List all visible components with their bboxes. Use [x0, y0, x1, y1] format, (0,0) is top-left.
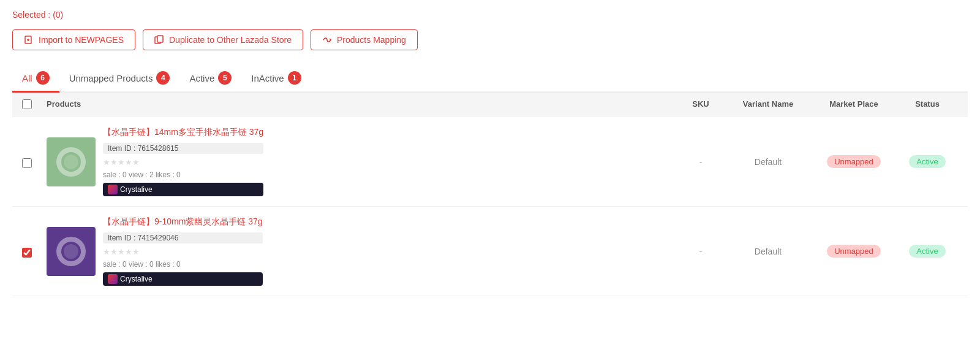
tab-unmapped[interactable]: Unmapped Products 4: [59, 65, 180, 93]
header-products: Products: [47, 99, 676, 111]
store-badge: Crystalive: [103, 272, 263, 286]
product-status: Active: [909, 155, 945, 168]
svg-point-4: [64, 155, 78, 169]
store-icon: [108, 274, 118, 284]
bracelet-icon: [56, 236, 86, 267]
item-id-badge: Item ID : 7415429046: [103, 232, 263, 243]
product-cell: 【水晶手链】14mm多宝手排水晶手链 37g Item ID : 7615428…: [47, 127, 676, 196]
product-status: Active: [909, 245, 945, 258]
sku-cell: -: [676, 157, 725, 167]
tab-inactive-badge: 1: [288, 71, 301, 85]
import-button[interactable]: Import to NEWPAGES: [12, 29, 135, 50]
marketplace-cell: Unmapped: [811, 155, 897, 168]
status-cell: Active: [897, 245, 958, 258]
duplicate-button[interactable]: Duplicate to Other Lazada Store: [143, 29, 303, 50]
table-row: 【水晶手链】9-10mm紫幽灵水晶手链 37g Item ID : 741542…: [12, 207, 968, 296]
row-checkbox-wrap: [22, 156, 47, 168]
store-name: Crystalive: [120, 185, 153, 194]
product-title: 【水晶手链】9-10mm紫幽灵水晶手链 37g: [103, 216, 263, 228]
status-cell: Active: [897, 155, 958, 168]
header-marketplace: Market Place: [811, 99, 897, 111]
variant-cell: Default: [725, 157, 811, 167]
row-checkbox-wrap: [22, 245, 47, 258]
sku-value: -: [699, 247, 703, 256]
product-info: 【水晶手链】9-10mm紫幽灵水晶手链 37g Item ID : 741542…: [103, 216, 263, 286]
sku-value: -: [699, 157, 703, 167]
header-variant: Variant Name: [725, 99, 811, 111]
marketplace-status: Unmapped: [827, 155, 881, 168]
product-image: [47, 137, 96, 186]
header-status: Status: [897, 99, 958, 111]
store-badge: Crystalive: [103, 183, 263, 196]
tab-inactive[interactable]: InActive 1: [241, 65, 311, 93]
star-rating: ★★★★★: [103, 158, 263, 167]
selected-count: Selected : (0): [12, 10, 968, 20]
duplicate-icon: [154, 35, 164, 45]
mapping-button[interactable]: Products Mapping: [311, 29, 418, 50]
product-cell: 【水晶手链】9-10mm紫幽灵水晶手链 37g Item ID : 741542…: [47, 216, 676, 286]
header-sku: SKU: [676, 99, 725, 111]
product-info: 【水晶手链】14mm多宝手排水晶手链 37g Item ID : 7615428…: [103, 127, 263, 196]
variant-cell: Default: [725, 247, 811, 256]
variant-value: Default: [755, 157, 782, 167]
marketplace-cell: Unmapped: [811, 245, 897, 258]
tab-all[interactable]: All 6: [12, 65, 59, 93]
toolbar: Import to NEWPAGES Duplicate to Other La…: [12, 29, 968, 50]
sku-cell: -: [676, 247, 725, 256]
variant-value: Default: [755, 247, 782, 256]
page-wrapper: Selected : (0) Import to NEWPAGES Duplic…: [0, 0, 980, 306]
product-title: 【水晶手链】14mm多宝手排水晶手链 37g: [103, 127, 263, 138]
product-image: [47, 227, 96, 276]
tab-active[interactable]: Active 5: [179, 65, 241, 93]
svg-rect-2: [157, 36, 163, 42]
header-checkbox-col: [22, 99, 47, 111]
marketplace-status: Unmapped: [827, 245, 881, 258]
item-id-badge: Item ID : 7615428615: [103, 143, 263, 154]
import-icon: [24, 35, 34, 45]
svg-point-6: [64, 244, 78, 259]
star-rating: ★★★★★: [103, 247, 263, 256]
tab-active-badge: 5: [218, 71, 232, 85]
store-name: Crystalive: [120, 275, 153, 283]
tab-unmapped-badge: 4: [156, 71, 170, 85]
store-icon: [108, 185, 118, 194]
select-all-checkbox[interactable]: [22, 99, 32, 109]
tabs: All 6 Unmapped Products 4 Active 5 InAct…: [12, 65, 968, 93]
table-row: 【水晶手链】14mm多宝手排水晶手链 37g Item ID : 7615428…: [12, 117, 968, 207]
bracelet-icon: [56, 147, 86, 177]
sale-info: sale : 0 view : 2 likes : 0: [103, 170, 263, 179]
table-body: 【水晶手链】14mm多宝手排水晶手链 37g Item ID : 7615428…: [12, 117, 968, 296]
row-checkbox[interactable]: [22, 158, 32, 168]
table-header: Products SKU Variant Name Market Place S…: [12, 93, 968, 117]
mapping-icon: [322, 35, 332, 45]
sale-info: sale : 0 view : 0 likes : 0: [103, 260, 263, 269]
row-checkbox[interactable]: [22, 248, 32, 258]
tab-all-badge: 6: [36, 71, 50, 85]
